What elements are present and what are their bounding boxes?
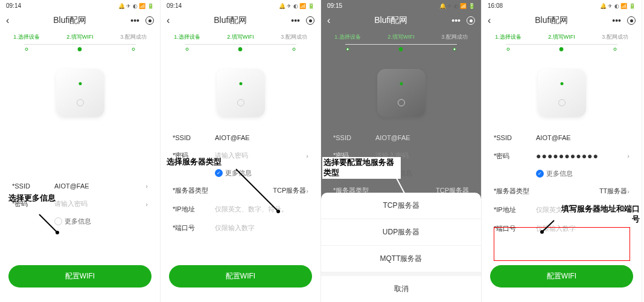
status-icons: 🔔 ✈ ◐ 📶 🔋 [600, 3, 636, 9]
header: ‹ Blufi配网 ••• [321, 11, 481, 30]
time: 16:08 [488, 2, 503, 9]
step-1: 1.选择设备 [13, 33, 40, 41]
device-image [217, 69, 265, 117]
svg-line-2 [236, 169, 278, 211]
ssid-row: *SSID AIOT@FAE [333, 129, 469, 146]
screen-1: 09:14 🔔 ✈ ◐ 📶 🔋 ‹ Blufi配网 ••• 1.选择设备 2.填… [0, 0, 161, 302]
ssid-value: AIOT@FAE [54, 182, 145, 190]
menu-dots-icon[interactable]: ••• [130, 16, 139, 25]
more-info-toggle[interactable]: ✓ 更多信息 [494, 165, 630, 182]
annotation-text: 选择服务器类型 [167, 157, 222, 167]
annotation-arrow-icon [539, 219, 557, 234]
ip-label: *IP地址 [494, 205, 536, 214]
step-1: 1.选择设备 [334, 33, 361, 41]
password-label: *密码 [494, 152, 536, 161]
page-title: Blufi配网 [53, 15, 86, 26]
page-title: Blufi配网 [535, 15, 568, 26]
step-2: 2.填写WIFI [66, 33, 94, 41]
step-2: 2.填写WIFI [387, 33, 415, 41]
time: 09:14 [167, 2, 182, 9]
status-icons: 🔔 ✈ ◐ 📶 🔋 [118, 3, 154, 9]
target-icon[interactable] [306, 16, 314, 25]
annotation-arrow-icon [233, 166, 281, 214]
ssid-row[interactable]: *SSID AIOT@FAE [173, 129, 308, 146]
stepper: 1.选择设备 2.填写WIFI 3.配网成功 [161, 30, 320, 45]
device-image [56, 69, 104, 117]
menu-dots-icon[interactable]: ••• [612, 16, 621, 25]
menu-dots-icon[interactable]: ••• [291, 16, 300, 25]
chevron-icon: › [306, 152, 308, 159]
status-icons: 🔔 ✈ ◐ 📶 🔋 [439, 3, 475, 9]
step-2: 2.填写WIFI [227, 33, 254, 41]
svg-point-3 [276, 210, 280, 213]
configure-wifi-button[interactable]: 配置WIFI [490, 265, 633, 288]
ssid-row[interactable]: *SSID AIOT@FAE [494, 129, 630, 146]
sheet-option-tcp[interactable]: TCP服务器 [321, 193, 481, 219]
ssid-value: AIOT@FAE [215, 134, 308, 141]
password-value: ●●●●●●●●●●● [536, 151, 627, 161]
server-type-label: *服务器类型 [494, 187, 536, 196]
time: 09:15 [327, 2, 342, 9]
step-3: 3.配网成功 [441, 33, 468, 41]
ssid-label: *SSID [173, 134, 215, 141]
time: 09:14 [6, 2, 21, 9]
header: ‹ Blufi配网 ••• [161, 11, 320, 30]
header: ‹ Blufi配网 ••• [0, 11, 160, 30]
server-type-row[interactable]: *服务器类型 TT服务器 › [494, 182, 630, 201]
menu-dots-icon[interactable]: ••• [451, 16, 461, 25]
back-icon[interactable]: ‹ [488, 15, 491, 26]
chevron-icon: › [145, 201, 148, 208]
back-icon[interactable]: ‹ [327, 15, 330, 26]
port-row[interactable]: *端口号 仅限输入数字 [173, 219, 308, 237]
chevron-icon: › [306, 187, 308, 194]
chevron-icon: › [627, 188, 630, 195]
configure-wifi-button[interactable]: 配置WIFI [8, 265, 151, 288]
step-1: 1.选择设备 [495, 33, 521, 41]
back-icon[interactable]: ‹ [167, 15, 170, 26]
ssid-row[interactable]: *SSID AIOT@FAE › [12, 178, 148, 194]
ssid-label: *SSID [12, 182, 54, 190]
ssid-label: *SSID [333, 134, 375, 141]
back-icon[interactable]: ‹ [6, 15, 9, 26]
status-icons: 🔔 ✈ ◐ 📶 🔋 [279, 3, 314, 9]
highlight-box [494, 227, 630, 261]
server-type-label: *服务器类型 [173, 186, 215, 195]
sheet-option-mqtt[interactable]: MQTT服务器 [321, 246, 481, 272]
svg-point-1 [56, 231, 59, 234]
status-bar: 09:14 🔔 ✈ ◐ 📶 🔋 [161, 0, 320, 11]
sheet-cancel-button[interactable]: 取消 [321, 272, 481, 302]
screen-2: 09:14 🔔 ✈ ◐ 📶 🔋 ‹ Blufi配网 ••• 1.选择设备 2.填… [161, 0, 321, 302]
target-icon[interactable] [145, 16, 154, 25]
ssid-value: AIOT@FAE [536, 134, 630, 141]
device-image [538, 69, 586, 117]
svg-line-6 [542, 220, 554, 232]
screen-3: 09:15 🔔 ✈ ◐ 📶 🔋 ‹ Blufi配网 ••• 1.选择设备 2.填… [321, 0, 482, 302]
step-2: 2.填写WIFI [548, 33, 575, 41]
checkbox-checked-icon[interactable]: ✓ [215, 169, 223, 177]
target-icon[interactable] [467, 16, 475, 25]
target-icon[interactable] [627, 16, 636, 25]
server-type-value: TT服务器 [536, 187, 627, 196]
sheet-option-udp[interactable]: UDP服务器 [321, 219, 481, 246]
ssid-label: *SSID [494, 134, 536, 141]
step-1: 1.选择设备 [174, 33, 200, 41]
password-row[interactable]: *密码 ●●●●●●●●●●● › [494, 146, 630, 165]
stepper: 1.选择设备 2.填写WIFI 3.配网成功 [482, 30, 642, 45]
status-bar: 09:15 🔔 ✈ ◐ 📶 🔋 [321, 0, 481, 11]
more-info-toggle[interactable]: 更多信息 [12, 213, 148, 230]
chevron-icon: › [627, 152, 630, 159]
status-bar: 16:08 🔔 ✈ ◐ 📶 🔋 [482, 0, 642, 11]
password-placeholder: 请输入密码 [54, 199, 145, 208]
status-bar: 09:14 🔔 ✈ ◐ 📶 🔋 [0, 0, 160, 11]
checkbox-checked-icon[interactable]: ✓ [536, 170, 544, 178]
step-3: 3.配网成功 [602, 33, 628, 41]
page-title: Blufi配网 [374, 15, 407, 26]
step-3: 3.配网成功 [120, 33, 147, 41]
svg-point-7 [540, 230, 544, 234]
annotation-text: 填写服务器地址和端口号 [555, 204, 640, 225]
annotation-text: 选择要配置地服务器类型 [322, 157, 401, 179]
step-3: 3.配网成功 [281, 33, 307, 41]
chevron-icon: › [145, 182, 148, 190]
form: *SSID AIOT@FAE › *密码 请输入密码 › 更多信息 [0, 178, 160, 230]
configure-wifi-button[interactable]: 配置WIFI [169, 265, 312, 288]
